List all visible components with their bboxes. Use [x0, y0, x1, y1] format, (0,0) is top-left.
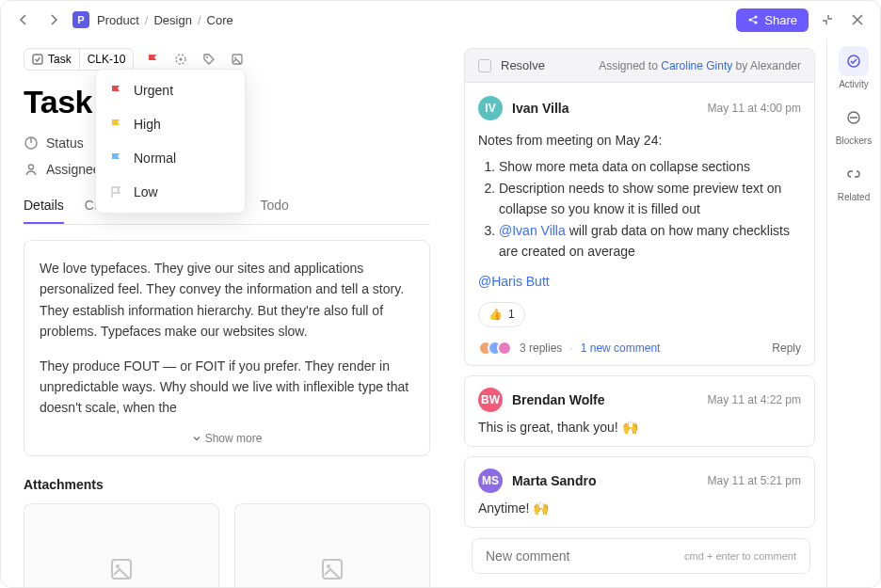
comment-time: May 11 at 4:22 pm [708, 393, 801, 406]
comment-time: May 11 at 4:00 pm [708, 102, 801, 115]
svg-point-8 [234, 57, 236, 59]
priority-dropdown[interactable]: Urgent High Normal Low [95, 69, 246, 214]
resolve-bar: Resolve Assigned to Caroline Ginty by Al… [464, 48, 815, 83]
list-item: Show more meta data on collapse sections [499, 156, 801, 177]
forward-button[interactable] [42, 8, 65, 31]
back-button[interactable] [12, 8, 35, 31]
svg-rect-13 [323, 560, 342, 579]
comment-hint: cmd + enter to comment [684, 550, 796, 562]
new-comments[interactable]: 1 new comment [581, 342, 661, 355]
breadcrumb[interactable]: Product/ Design/ Core [97, 13, 233, 27]
comment: BW Brendan Wolfe May 11 at 4:22 pm This … [464, 375, 815, 447]
comment: MS Marta Sandro May 11 at 5:21 pm Anytim… [464, 456, 815, 528]
attachment-placeholder[interactable] [24, 503, 219, 587]
share-button[interactable]: Share [736, 8, 809, 32]
thread-footer: 3 replies · 1 new comment Reply [478, 341, 801, 356]
flag-icon[interactable] [143, 50, 162, 69]
avatar: IV [478, 96, 503, 120]
mention[interactable]: @Haris Butt [478, 271, 801, 292]
collapse-icon[interactable] [816, 8, 839, 31]
comment-textbox[interactable] [486, 548, 684, 564]
priority-high[interactable]: High [96, 107, 245, 141]
comment-author: Marta Sandro [512, 473, 596, 488]
tag-icon[interactable] [200, 50, 218, 69]
attachment-placeholder[interactable] [234, 503, 430, 587]
replies-count[interactable]: 3 replies [520, 342, 562, 355]
image-icon[interactable] [228, 50, 247, 69]
tab-todo[interactable]: Todo [260, 198, 288, 224]
svg-point-14 [327, 564, 330, 568]
task-chip[interactable]: Task CLK-10 [24, 48, 134, 71]
breadcrumb-core[interactable]: Core [207, 13, 233, 27]
description[interactable]: We love typefaces. They give our sites a… [24, 240, 430, 456]
tab-details[interactable]: Details [24, 198, 64, 224]
svg-point-6 [206, 56, 208, 58]
svg-point-12 [116, 564, 120, 568]
svg-point-5 [180, 58, 183, 61]
reaction-button[interactable]: 👍1 [478, 302, 525, 327]
priority-urgent[interactable]: Urgent [96, 73, 245, 107]
svg-rect-3 [33, 55, 42, 64]
share-label: Share [764, 13, 797, 27]
svg-rect-7 [232, 55, 242, 64]
priority-low[interactable]: Low [96, 175, 245, 209]
list-item: @Ivan Villa will grab data on how many c… [499, 220, 801, 262]
avatar: BW [478, 388, 503, 412]
resolve-checkbox[interactable] [478, 59, 491, 72]
side-rail: Activity Blockers Related [827, 39, 880, 587]
avatar: MS [478, 469, 503, 493]
comment-time: May 11 at 5:21 pm [708, 474, 801, 487]
reply-avatars [478, 341, 512, 356]
comment-author: Ivan Villa [512, 101, 569, 116]
priority-normal[interactable]: Normal [96, 141, 245, 175]
resolve-label[interactable]: Resolve [501, 58, 545, 72]
comment-thread: IV Ivan Villa May 11 at 4:00 pm Notes fr… [464, 83, 815, 366]
show-more-button[interactable]: Show more [40, 430, 414, 448]
app-icon: P [72, 11, 89, 28]
list-item: Description needs to show some preview t… [499, 178, 801, 220]
attachments-title: Attachments [24, 477, 430, 492]
rail-activity[interactable]: Activity [839, 46, 869, 89]
reply-button[interactable]: Reply [772, 342, 801, 355]
close-icon[interactable] [846, 8, 869, 31]
sprint-icon[interactable] [171, 50, 190, 69]
new-comment-input[interactable]: cmd + enter to comment [472, 538, 810, 574]
rail-related[interactable]: Related [838, 159, 870, 202]
comment-body: Notes from meeting on May 24: Show more … [478, 130, 801, 327]
breadcrumb-product[interactable]: Product [97, 13, 139, 27]
rail-blockers[interactable]: Blockers [836, 103, 872, 146]
task-id: CLK-10 [88, 53, 126, 66]
svg-point-10 [29, 165, 34, 169]
comment-author: Brendan Wolfe [512, 392, 605, 407]
assigned-to: Assigned to Caroline Ginty by Alexander [599, 59, 801, 72]
svg-rect-11 [112, 560, 131, 579]
breadcrumb-design[interactable]: Design [153, 13, 191, 27]
